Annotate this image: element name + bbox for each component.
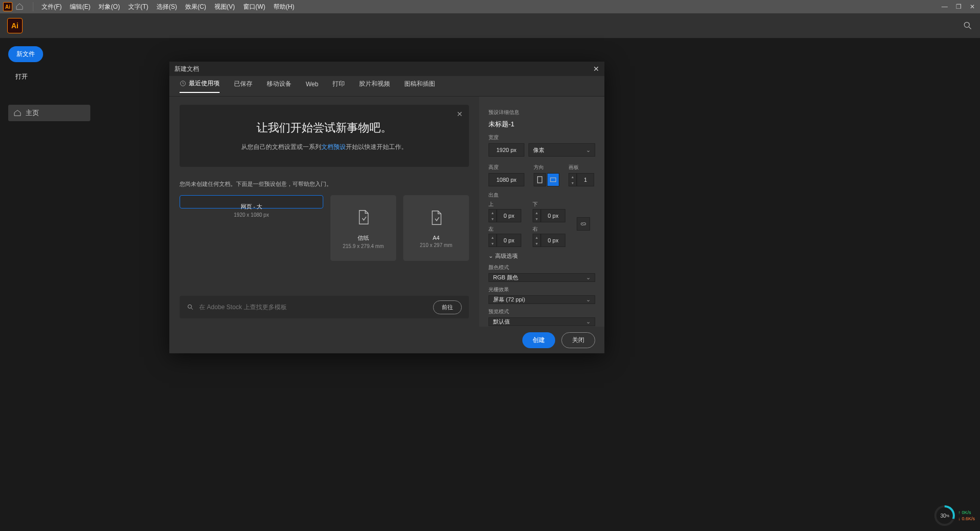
bleed-label: 出血 [488, 192, 595, 199]
raster-select[interactable]: 屏幕 (72 ppi)⌄ [488, 295, 595, 304]
card-title: 信纸 [358, 234, 369, 242]
menu-edit[interactable]: 编辑(E) [66, 3, 94, 11]
sidebar-item-home[interactable]: 主页 [8, 105, 90, 121]
stock-go-button[interactable]: 前往 [433, 300, 462, 314]
start-sidebar: 新文件 打开 主页 [8, 46, 90, 121]
menubar: Ai 文件(F) 编辑(E) 对象(O) 文字(T) 选择(S) 效果(C) 视… [0, 0, 980, 13]
divider [33, 2, 33, 11]
bleed-right-input[interactable]: 0 px [541, 234, 565, 247]
search-icon [187, 304, 194, 311]
window-maximize-icon[interactable]: ❐ [956, 3, 962, 10]
dialog-footer: 创建 关闭 [169, 327, 604, 353]
clock-icon [180, 80, 186, 87]
new-file-button[interactable]: 新文件 [8, 46, 43, 62]
preset-cards: 网页 - 大 1920 x 1080 px 信纸 215.9 x 279.4 m… [180, 195, 469, 261]
menu-select[interactable]: 选择(S) [152, 3, 181, 11]
color-mode-label: 颜色模式 [488, 264, 595, 271]
tab-saved[interactable]: 已保存 [234, 80, 252, 92]
search-icon[interactable] [963, 21, 973, 31]
banner-text: 从您自己的文档设置或一系列文档预设开始以快速开始工作。 [190, 143, 459, 151]
create-button[interactable]: 创建 [522, 332, 555, 348]
stock-search-bar: 前往 [180, 296, 469, 318]
open-button[interactable]: 打开 [8, 67, 35, 86]
bleed-top-stepper[interactable]: ▲▼ [488, 209, 497, 222]
home-icon [13, 109, 22, 117]
network-monitor-widget: 30% ↑ 0K/s ↓ 0.6K/s [934, 505, 975, 526]
menu-window[interactable]: 窗口(W) [239, 3, 269, 11]
stock-search-input[interactable] [199, 304, 433, 311]
orientation-landscape-button[interactable] [547, 173, 559, 186]
artboards-label: 画板 [569, 164, 594, 171]
document-name-input[interactable] [488, 118, 595, 130]
tab-web[interactable]: Web [306, 81, 318, 92]
tab-mobile[interactable]: 移动设备 [267, 80, 291, 92]
banner-heading: 让我们开始尝试新事物吧。 [190, 120, 459, 136]
preset-card-letter[interactable]: 信纸 215.9 x 279.4 mm [330, 195, 396, 261]
chevron-down-icon: ⌄ [586, 274, 591, 281]
advanced-toggle[interactable]: ⌄ 高级选项 [488, 252, 595, 260]
menu-help[interactable]: 帮助(H) [269, 3, 299, 11]
dialog-right-pane: 预设详细信息 宽度 1920 px 像素⌄ 高度 1080 px 方向 [479, 97, 604, 327]
window-close-icon[interactable]: ✕ [970, 3, 975, 10]
preset-card-a4[interactable]: A4 210 x 297 mm [403, 195, 469, 261]
chevron-down-icon: ⌄ [488, 253, 493, 259]
dialog-titlebar: 新建文档 ✕ [169, 62, 604, 76]
bleed-bottom-stepper[interactable]: ▲▼ [533, 209, 541, 222]
card-sub: 1920 x 1080 px [234, 212, 269, 218]
banner-close-icon[interactable]: ✕ [457, 110, 463, 118]
color-mode-select[interactable]: RGB 颜色⌄ [488, 273, 595, 282]
width-label: 宽度 [488, 134, 595, 141]
card-title: 网页 - 大 [241, 203, 263, 211]
upload-speed: ↑ 0K/s [958, 509, 975, 516]
svg-point-0 [964, 22, 969, 27]
bleed-top-input[interactable]: 0 px [497, 209, 521, 222]
orientation-portrait-button[interactable] [534, 173, 546, 186]
download-speed: ↓ 0.6K/s [958, 516, 975, 522]
preset-details-label: 预设详细信息 [488, 109, 595, 116]
tab-print[interactable]: 打印 [332, 80, 345, 92]
dialog-close-icon[interactable]: ✕ [593, 65, 599, 73]
svg-rect-5 [538, 177, 542, 183]
dialog-tabs: 最近使用项 已保存 移动设备 Web 打印 胶片和视频 图稿和插图 [169, 76, 604, 97]
tab-film[interactable]: 胶片和视频 [359, 80, 390, 92]
raster-label: 光栅效果 [488, 286, 595, 293]
link-bleed-icon[interactable] [577, 217, 590, 231]
bleed-left-input[interactable]: 0 px [497, 234, 521, 247]
page-icon [426, 208, 446, 227]
dialog-title: 新建文档 [174, 65, 199, 73]
card-sub: 215.9 x 279.4 mm [343, 243, 384, 249]
preset-hint: 您尚未创建任何文档。下面是一些预设创意，可帮助您入门。 [180, 180, 469, 188]
tab-art[interactable]: 图稿和插图 [404, 80, 435, 92]
menu-effect[interactable]: 效果(C) [181, 3, 210, 11]
menu-view[interactable]: 视图(V) [210, 3, 239, 11]
home-icon[interactable] [15, 3, 24, 11]
preset-card-web-large[interactable]: 网页 - 大 1920 x 1080 px [180, 195, 323, 208]
close-button[interactable]: 关闭 [561, 332, 595, 348]
preset-link[interactable]: 文档预设 [321, 143, 346, 150]
cpu-ring-icon: 30% [934, 505, 955, 526]
menu-type[interactable]: 文字(T) [124, 3, 152, 11]
app-logo-icon: Ai [7, 18, 23, 33]
tab-recent[interactable]: 最近使用项 [180, 79, 220, 93]
chevron-down-icon: ⌄ [586, 147, 591, 154]
menu-file[interactable]: 文件(F) [37, 3, 66, 11]
bleed-right-stepper[interactable]: ▲▼ [533, 234, 541, 247]
bleed-bottom-input[interactable]: 0 px [541, 209, 565, 222]
chevron-down-icon: ⌄ [586, 296, 591, 303]
card-title: A4 [433, 235, 439, 241]
width-input[interactable]: 1920 px [488, 143, 524, 157]
unit-select[interactable]: 像素⌄ [528, 143, 595, 157]
preview-select[interactable]: 默认值⌄ [488, 317, 595, 326]
appbar: Ai [0, 13, 980, 38]
bleed-left-stepper[interactable]: ▲▼ [488, 234, 497, 247]
artboards-stepper[interactable]: ▲▼ [569, 173, 577, 186]
page-icon [354, 207, 373, 227]
menu-object[interactable]: 对象(O) [94, 3, 124, 11]
sidebar-item-label: 主页 [26, 108, 39, 118]
window-minimize-icon[interactable]: — [942, 3, 948, 10]
height-input[interactable]: 1080 px [488, 173, 524, 186]
artboards-input[interactable]: 1 [577, 173, 594, 186]
orientation-label: 方向 [534, 164, 559, 171]
dialog-left-pane: ✕ 让我们开始尝试新事物吧。 从您自己的文档设置或一系列文档预设开始以快速开始工… [169, 97, 479, 327]
app-badge-icon: Ai [3, 2, 12, 11]
